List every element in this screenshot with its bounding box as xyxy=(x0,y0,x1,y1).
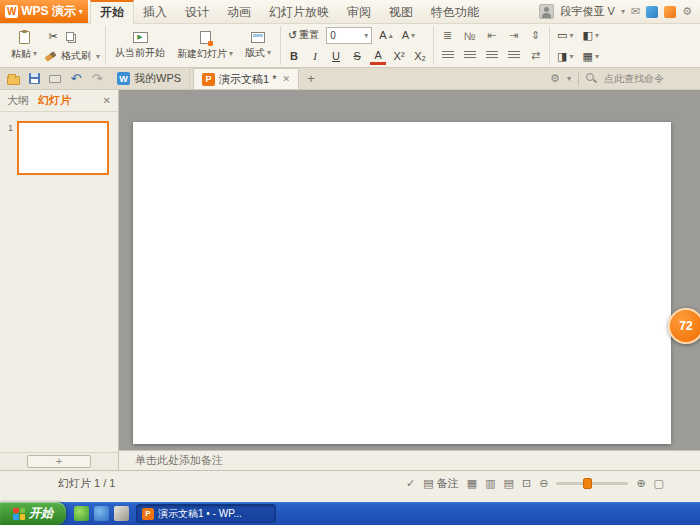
fit-to-window-button[interactable]: ▢ xyxy=(654,477,664,490)
redo-button[interactable]: ↷ xyxy=(88,69,106,89)
command-search-input[interactable] xyxy=(604,73,690,84)
skin-icon[interactable] xyxy=(646,6,658,18)
tab-slideshow[interactable]: 幻灯片放映 xyxy=(260,0,338,24)
new-tab-button[interactable]: + xyxy=(302,70,320,88)
text-direction-button[interactable]: ⇄ xyxy=(527,48,544,64)
slideshow-view-button[interactable]: ⊡ xyxy=(522,477,531,490)
zoom-out-button[interactable]: ⊖ xyxy=(539,477,548,490)
shape-fill-button[interactable]: ◨ ▾ xyxy=(555,48,575,65)
from-current-label: 从当前开始 xyxy=(115,46,165,60)
notes-pane[interactable]: 单击此处添加备注 xyxy=(119,450,700,470)
message-icon[interactable]: ✉ xyxy=(631,5,640,18)
undo-button[interactable]: ↶ xyxy=(67,69,85,89)
tab-my-wps[interactable]: W 我的WPS xyxy=(109,68,190,89)
reset-button[interactable]: ↺ 重置 xyxy=(286,27,321,44)
quick-launch-icon-1[interactable] xyxy=(74,506,89,521)
notes-toggle-button[interactable]: ▤ 备注 xyxy=(423,476,458,491)
tab-insert[interactable]: 插入 xyxy=(134,0,176,24)
tab-view[interactable]: 视图 xyxy=(380,0,422,24)
zoom-in-button[interactable]: ⊕ xyxy=(636,477,645,490)
line-spacing-button[interactable]: ⇕ xyxy=(527,28,544,44)
decrease-font-label: A xyxy=(402,29,409,41)
increase-font-button[interactable]: A ▴ xyxy=(377,27,394,44)
arrange-button[interactable]: ▦ ▾ xyxy=(580,48,600,65)
zoom-slider-thumb[interactable] xyxy=(583,478,592,489)
slide-sorter-view-button[interactable]: ▥ xyxy=(485,477,495,490)
ribbon-tab-bar: 开始 插入 设计 动画 幻灯片放映 审阅 视图 特色功能 xyxy=(90,0,488,24)
font-size-combo[interactable]: 0 ▾ xyxy=(326,27,372,44)
play-from-current-button[interactable]: ▶ 从当前开始 xyxy=(111,27,169,65)
chevron-down-icon[interactable]: ▾ xyxy=(621,7,625,16)
paste-button[interactable]: 粘贴 ▾ xyxy=(7,27,41,65)
slides-tab[interactable]: 幻灯片 xyxy=(38,93,71,108)
tab-design[interactable]: 设计 xyxy=(176,0,218,24)
promo-icon[interactable] xyxy=(664,6,676,18)
italic-button[interactable]: I xyxy=(307,48,323,65)
chevron-down-icon: ▾ xyxy=(96,52,100,61)
reading-view-button[interactable]: ▤ xyxy=(504,477,514,490)
new-slide-label: 新建幻灯片 xyxy=(177,47,227,61)
copy-button[interactable] xyxy=(66,32,74,41)
align-center-button[interactable] xyxy=(461,48,478,64)
cut-button[interactable]: ✂ xyxy=(45,28,61,45)
quick-style-button[interactable]: ◧ ▾ xyxy=(580,27,600,44)
tools-icon[interactable]: ⚙ xyxy=(550,72,560,85)
shape-fill-icon: ◨ xyxy=(557,50,567,63)
app-menu-button[interactable]: W WPS 演示 ▾ xyxy=(0,0,88,23)
superscript-button[interactable]: X² xyxy=(391,48,407,65)
slide-canvas[interactable] xyxy=(119,90,700,450)
align-left-button[interactable] xyxy=(439,48,456,64)
start-button[interactable]: 开始 xyxy=(0,502,66,525)
chevron-down-icon: ▾ xyxy=(364,31,368,40)
decrease-indent-button[interactable]: ⇤ xyxy=(483,28,500,44)
align-right-button[interactable] xyxy=(483,48,500,64)
font-color-button[interactable]: A xyxy=(370,48,386,65)
new-slide-button[interactable]: 新建幻灯片 ▾ xyxy=(173,27,237,65)
tab-special-features[interactable]: 特色功能 xyxy=(422,0,488,24)
tab-review[interactable]: 审阅 xyxy=(338,0,380,24)
close-panel-icon[interactable]: ✕ xyxy=(103,95,111,106)
wps-home-icon: W xyxy=(117,72,130,85)
add-slide-button[interactable]: + xyxy=(27,455,91,468)
increase-font-label: A xyxy=(379,29,386,41)
justify-button[interactable] xyxy=(505,48,522,64)
layout-button[interactable]: 版式 ▾ xyxy=(241,27,275,65)
add-slide-row: + xyxy=(0,452,118,470)
bullets-button[interactable]: ≣ xyxy=(439,28,456,44)
normal-view-button[interactable]: ▦ xyxy=(467,477,477,490)
clipboard-group: 粘贴 ▾ ✂ 格式刷 ▾ xyxy=(2,26,106,65)
open-file-button[interactable] xyxy=(4,69,22,89)
quick-launch-icon-2[interactable] xyxy=(94,506,109,521)
underline-button[interactable]: U xyxy=(328,48,344,65)
chevron-down-icon[interactable]: ▾ xyxy=(567,74,571,83)
slide-thumbnail[interactable] xyxy=(17,121,109,175)
strikethrough-button[interactable]: S xyxy=(349,48,365,65)
taskbar-task-button[interactable]: P 演示文稿1 • - WP... xyxy=(136,504,276,523)
slide[interactable] xyxy=(133,122,671,444)
increase-indent-button[interactable]: ⇥ xyxy=(505,28,522,44)
print-button[interactable] xyxy=(46,69,64,89)
close-tab-icon[interactable]: ✕ xyxy=(283,74,291,84)
user-name[interactable]: 段宇俊亚 V xyxy=(560,4,614,19)
decrease-font-button[interactable]: A ▾ xyxy=(400,27,417,44)
spellcheck-icon[interactable]: ✓ xyxy=(406,477,415,490)
tab-home[interactable]: 开始 xyxy=(90,0,134,24)
play-glyph: ▶ xyxy=(137,33,142,41)
insert-shape-button[interactable]: ▭ ▾ xyxy=(555,27,575,44)
tab-document[interactable]: P 演示文稿1 * ✕ xyxy=(193,68,299,89)
user-avatar[interactable] xyxy=(539,4,554,19)
promo-badge[interactable]: 72 xyxy=(668,308,700,344)
tab-animation[interactable]: 动画 xyxy=(218,0,260,24)
numbering-button[interactable]: № xyxy=(461,28,478,44)
paste-icon xyxy=(19,31,30,44)
promo-badge-value: 72 xyxy=(679,319,692,333)
format-painter-button[interactable]: 格式刷 ▾ xyxy=(45,49,100,63)
quick-launch-icon-3[interactable] xyxy=(114,506,129,521)
subscript-button[interactable]: X₂ xyxy=(412,48,428,65)
settings-icon[interactable]: ⚙ xyxy=(682,5,692,18)
save-button[interactable] xyxy=(25,69,43,89)
outline-tab[interactable]: 大纲 xyxy=(7,93,29,108)
app-name: WPS 演示 xyxy=(21,3,76,20)
bold-button[interactable]: B xyxy=(286,48,302,65)
zoom-slider[interactable] xyxy=(556,482,628,485)
